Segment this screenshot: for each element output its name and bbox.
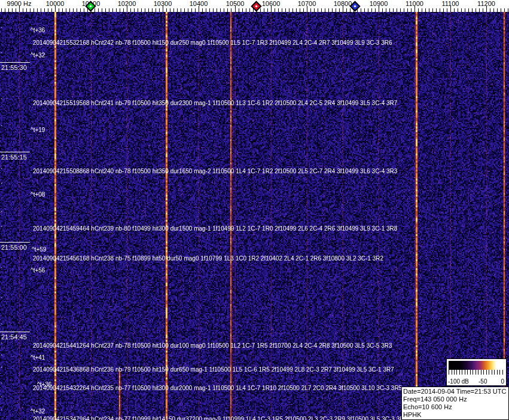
ruler-tick	[77, 8, 77, 12]
ruler-tick	[429, 8, 429, 12]
ruler-tick	[339, 8, 340, 12]
ruler-frequency-label: 10600	[262, 0, 281, 7]
scale-mid-label: -50	[478, 378, 487, 385]
ruler-tick	[159, 8, 160, 12]
ruler-tick	[508, 8, 508, 12]
ruler-tick	[48, 8, 48, 12]
ruler-tick	[260, 8, 261, 12]
ruler-tick	[69, 8, 70, 12]
ruler-tick	[41, 8, 41, 12]
ruler-frequency-label: 11200	[477, 0, 495, 7]
scale-min-label: -100 dB	[448, 378, 469, 385]
ruler-frequency-label: 10000	[46, 0, 65, 7]
scale-ticks	[449, 370, 504, 375]
ruler-tick	[246, 8, 246, 12]
ruler-tick	[375, 8, 376, 12]
db-color-scale: -100 dB -50 0	[446, 358, 507, 386]
ruler-frequency-label: 11100	[442, 0, 459, 7]
ruler-tick	[393, 8, 394, 12]
ruler-tick	[177, 8, 178, 12]
meteor-echo-monitor-window: 9900 Hz100001010010200103001040010500106…	[0, 0, 509, 420]
ruler-tick	[303, 8, 304, 12]
ruler-tick	[37, 8, 38, 12]
ruler-tick	[134, 8, 135, 12]
ruler-tick	[112, 8, 113, 12]
ruler-tick	[350, 8, 350, 12]
ruler-tick	[264, 8, 264, 12]
ruler-tick	[156, 8, 156, 12]
ruler-tick	[504, 8, 505, 12]
ruler-tick	[346, 8, 347, 12]
ruler-frequency-label: 10300	[154, 0, 172, 7]
ruler-tick	[217, 8, 217, 12]
ruler-tick	[181, 8, 181, 12]
ruler-tick	[213, 8, 214, 12]
ruler-tick	[483, 8, 483, 12]
ruler-tick	[33, 8, 34, 12]
ruler-tick	[84, 8, 84, 12]
ruler-tick	[148, 8, 149, 12]
ruler-tick	[191, 8, 192, 12]
ruler-tick	[411, 8, 412, 12]
ruler-tick	[382, 8, 383, 12]
ruler-frequency-label: 10200	[118, 0, 136, 7]
ruler-tick	[325, 8, 325, 12]
ruler-tick	[300, 8, 300, 12]
ruler-tick	[386, 8, 386, 12]
ruler-tick	[321, 8, 322, 12]
ruler-tick	[16, 8, 16, 12]
ruler-tick	[109, 8, 109, 12]
ruler-tick	[332, 8, 333, 12]
ruler-tick	[102, 8, 102, 12]
ruler-tick	[152, 8, 153, 12]
ruler-tick	[458, 8, 458, 12]
ruler-tick	[73, 8, 74, 12]
ruler-tick	[443, 8, 444, 12]
ruler-tick	[188, 8, 188, 12]
ruler-tick	[361, 8, 361, 12]
ruler-tick	[364, 8, 365, 12]
ruler-tick	[328, 8, 329, 12]
ruler-tick	[59, 8, 59, 12]
ruler-tick	[105, 8, 106, 12]
date-time-line: Date=2014-09-04 Time=21:53 UTC	[403, 388, 507, 396]
ruler-tick	[138, 8, 138, 12]
spectrogram-canvas[interactable]	[0, 12, 509, 420]
ruler-tick	[314, 8, 315, 12]
ruler-tick	[425, 8, 426, 12]
ruler-tick	[267, 8, 268, 12]
ruler-tick	[447, 8, 447, 12]
ruler-frequency-label: 10700	[298, 0, 316, 7]
ruler-tick	[404, 8, 404, 12]
ruler-tick	[224, 8, 224, 12]
ruler-tick	[479, 8, 480, 12]
ruler-tick	[141, 8, 142, 12]
ruler-tick	[318, 8, 318, 12]
ruler-tick	[1, 8, 2, 12]
status-info-box: Date=2014-09-04 Time=21:53 UTC Freq=143 …	[401, 387, 509, 420]
ruler-tick	[461, 8, 462, 12]
ruler-tick	[116, 8, 117, 12]
ruler-tick	[209, 8, 210, 12]
ruler-tick	[26, 8, 27, 12]
ruler-tick	[12, 8, 13, 12]
ruler-tick	[220, 8, 221, 12]
ruler-frequency-label: 9900 Hz	[7, 0, 32, 7]
ruler-tick	[292, 8, 293, 12]
ruler-tick	[440, 8, 440, 12]
ruler-tick	[227, 8, 228, 12]
ruler-tick	[170, 8, 170, 12]
ruler-tick	[472, 8, 473, 12]
ruler-tick	[66, 8, 66, 12]
ruler-tick	[80, 8, 81, 12]
ruler-tick	[242, 8, 243, 12]
ruler-tick	[51, 8, 52, 12]
ruler-tick	[285, 8, 286, 12]
ruler-tick	[336, 8, 336, 12]
ruler-tick	[130, 8, 131, 12]
ruler-tick	[62, 8, 63, 12]
ruler-tick	[407, 8, 408, 12]
ruler-tick	[422, 8, 422, 12]
ruler-tick	[476, 8, 476, 12]
ruler-tick	[296, 8, 297, 12]
